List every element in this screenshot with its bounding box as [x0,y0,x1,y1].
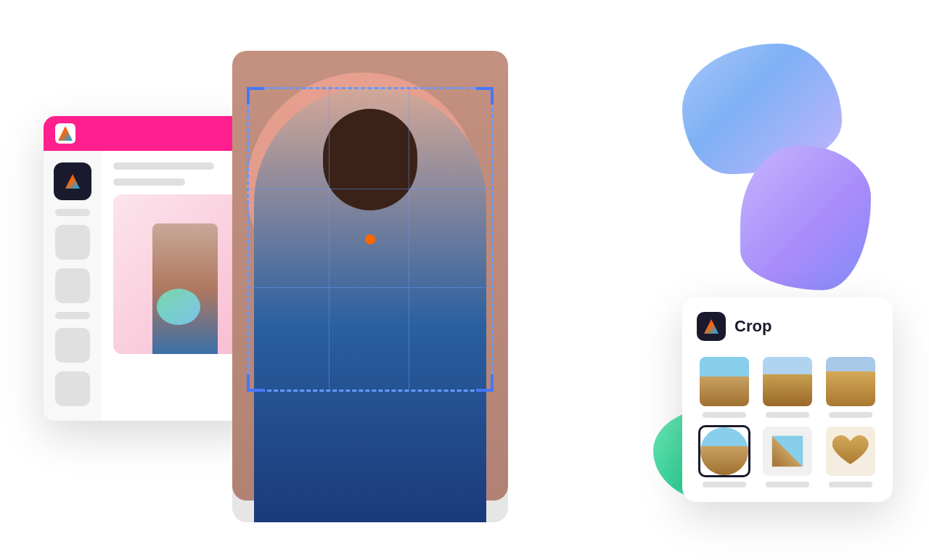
logo-icon-crop-panel [704,319,719,334]
crop-item-heart[interactable] [822,425,878,487]
sidebar-block-2[interactable] [55,268,90,303]
crop-panel-logo [697,312,726,341]
blob-purple [740,145,871,290]
content-line-2 [113,178,185,186]
crop-grid [697,355,878,487]
crop-item-diamond[interactable] [760,425,816,487]
center-photo-container [225,29,530,522]
crop-panel-header: Crop [697,312,878,341]
crop-label-circle [703,482,746,487]
desert-landscape [700,357,749,406]
sidebar-block-3[interactable] [55,328,90,363]
sidebar-line-2 [55,312,90,319]
crop-item-portrait[interactable] [822,355,878,418]
crop-thumb-landscape[interactable] [698,355,750,408]
crop-grid-v2 [409,89,409,390]
crop-label-landscape [703,412,746,418]
crop-thumb-circle[interactable] [698,425,750,477]
crop-label-portrait [829,412,872,418]
desert-portrait [826,357,875,406]
crop-item-circle[interactable] [697,425,753,487]
crop-overlay[interactable] [247,87,494,392]
content-line-1 [113,162,214,170]
app-logo-small [55,123,75,144]
logo-icon-sidebar [65,174,80,189]
crop-grid-v1 [329,89,330,390]
crop-thumb-heart[interactable] [824,425,877,477]
shape-circle [700,427,748,475]
sidebar-block-1[interactable] [55,225,90,260]
crop-grid-h1 [249,189,491,189]
crop-panel-title: Crop [734,317,772,336]
crop-thumb-diamond[interactable] [761,425,814,477]
sidebar-block-4[interactable] [55,371,90,406]
shape-heart-container [826,427,875,476]
crop-corner-br[interactable] [476,374,494,392]
crop-thumb-square[interactable] [761,355,814,408]
photo-blob [157,289,200,325]
crop-label-square [766,412,809,418]
logo-icon-small [58,126,73,141]
sidebar-app-icon[interactable] [54,162,91,200]
crop-label-diamond [766,482,809,487]
crop-item-square[interactable] [760,355,816,418]
app-sidebar [44,151,102,421]
photo-person-preview [152,223,218,354]
shape-diamond [761,425,814,477]
crop-item-landscape[interactable] [697,355,753,418]
crop-thumb-portrait[interactable] [824,355,877,408]
crop-panel: Crop [682,297,893,502]
crop-label-heart [829,482,872,487]
desert-square [763,357,812,406]
crop-center-dot [365,234,375,244]
sidebar-line-1 [55,209,90,216]
crop-corner-tl[interactable] [247,87,264,104]
shape-heart [832,435,869,467]
crop-corner-bl[interactable] [247,374,264,392]
shape-diamond-container [763,427,812,476]
crop-corner-tr[interactable] [476,87,494,104]
crop-grid-h2 [249,287,491,288]
